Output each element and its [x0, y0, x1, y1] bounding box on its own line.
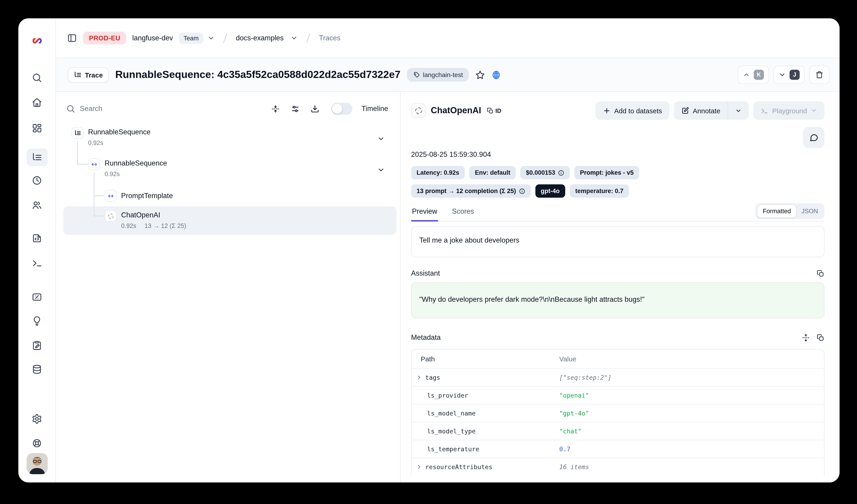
observation-detail-panel: ChatOpenAI ID Add to datasets	[401, 92, 840, 483]
assistant-message-box: "Why do developers prefer dark mode?\n\n…	[411, 282, 824, 318]
message-circle-icon	[809, 133, 818, 142]
collapse-node-chevron-icon[interactable]	[377, 166, 385, 175]
sidebar-sessions-clock-icon[interactable]	[28, 172, 46, 188]
list-tree-icon	[74, 71, 82, 79]
environment-badge: Env: default	[469, 166, 516, 179]
sidebar-datasets-database-icon[interactable]	[28, 361, 46, 377]
sidebar-toggle-icon[interactable]	[67, 33, 77, 43]
sidebar-playground-terminal-icon[interactable]	[28, 255, 46, 271]
copy-icon	[817, 270, 824, 277]
view-settings-icon[interactable]	[291, 104, 300, 113]
badge-row: Latency: 0.92s Env: default $0.000153 Pr…	[411, 166, 824, 179]
tag-icon	[413, 71, 420, 78]
table-row[interactable]: tags ["seq:step:2"]	[411, 368, 824, 386]
copy-icon	[817, 334, 824, 342]
unfold-vertical-icon[interactable]	[802, 334, 810, 342]
sidebar-prompts-file-code-icon[interactable]	[28, 230, 46, 246]
breadcrumb: PROD-EU langfuse-dev Team docs-examples …	[56, 18, 840, 58]
format-formatted-option[interactable]: Formatted	[757, 205, 796, 218]
detail-tabs: Preview Scores Formatted JSON	[411, 204, 824, 222]
sidebar-insights-lightbulb-icon[interactable]	[28, 313, 46, 328]
observation-tree-panel: Timeline	[56, 92, 401, 483]
tree-node-name[interactable]: RunnableSequence	[105, 159, 167, 168]
search-input[interactable]	[80, 105, 260, 113]
environment-badge: PROD-EU	[83, 32, 127, 45]
prompt-badge[interactable]: Prompt: jokes - v5	[574, 166, 639, 179]
sidebar-support-lifebuoy-icon[interactable]	[28, 435, 46, 450]
trash-icon	[815, 71, 824, 79]
breadcrumb-section-traces[interactable]: Traces	[319, 34, 341, 42]
tree-node-tokens: 13 → 12 (Σ 25)	[145, 222, 186, 229]
model-badge[interactable]: gpt-4o	[535, 184, 565, 198]
tree-node-name[interactable]: RunnableSequence	[88, 128, 150, 136]
copy-id-button[interactable]: ID	[487, 107, 501, 114]
tree-node-duration: 0.92s	[105, 171, 120, 177]
annotate-dropdown-chevron-icon[interactable]	[728, 101, 749, 120]
tree-node-name[interactable]: PromptTemplate	[121, 192, 173, 200]
breadcrumb-project[interactable]: docs-examples	[236, 34, 284, 42]
search-icon	[66, 104, 75, 113]
copy-assistant-button[interactable]	[817, 270, 824, 277]
add-to-datasets-button[interactable]: Add to datasets	[595, 101, 670, 120]
timeline-toggle[interactable]	[331, 103, 352, 115]
trace-node-icon	[71, 127, 84, 139]
sidebar-dashboard-icon[interactable]	[28, 120, 46, 136]
chain-node-icon	[88, 158, 100, 170]
kbd-k: K	[754, 70, 764, 80]
tree-node-duration: 0.92s	[121, 222, 136, 229]
table-row: ls_temperature 0.7	[411, 440, 824, 458]
collapse-node-chevron-icon[interactable]	[377, 135, 385, 144]
table-row: ls_model_type "chat"	[411, 422, 824, 440]
metadata-title: Metadata	[411, 333, 441, 342]
assistant-heading-row: Assistant	[411, 269, 824, 277]
comments-button[interactable]	[803, 127, 824, 148]
table-row[interactable]: resourceAttributes 16 items	[411, 458, 824, 475]
tab-scores[interactable]: Scores	[451, 207, 475, 221]
tree-node-name[interactable]: ChatOpenAI	[121, 211, 160, 219]
sidebar-annotation-clipboard-icon[interactable]	[28, 337, 46, 353]
table-row: ls_provider "openai"	[411, 386, 824, 404]
globe-icon[interactable]	[491, 70, 501, 80]
sidebar-home-icon[interactable]	[28, 94, 46, 110]
metadata-heading-row: Metadata	[411, 333, 824, 342]
assistant-label: Assistant	[411, 269, 440, 277]
next-trace-button[interactable]: J	[773, 66, 805, 84]
annotate-button[interactable]: Annotate	[674, 101, 728, 120]
sidebar-users-icon[interactable]	[28, 197, 46, 213]
user-avatar[interactable]	[27, 453, 48, 474]
tree-connector	[94, 215, 104, 216]
info-icon[interactable]	[519, 188, 525, 194]
sidebar-search-icon[interactable]	[28, 70, 46, 85]
sidebar-evaluators-percent-icon[interactable]	[28, 289, 46, 305]
org-chevron-down-icon[interactable]	[207, 34, 215, 42]
tab-preview[interactable]: Preview	[411, 207, 438, 221]
delete-trace-button[interactable]	[809, 66, 829, 84]
prev-trace-button[interactable]: K	[738, 66, 769, 84]
trace-type-badge: Trace	[68, 67, 109, 82]
content: Timeline	[56, 92, 840, 483]
langfuse-logo-icon[interactable]	[30, 34, 44, 48]
sidebar-tracing-icon[interactable]	[27, 149, 48, 166]
star-icon[interactable]	[475, 70, 485, 80]
project-chevron-down-icon[interactable]	[291, 34, 298, 42]
playground-button[interactable]: Playground	[753, 101, 824, 120]
annotate-pen-icon	[681, 107, 689, 115]
observation-actions: Add to datasets Annotate	[595, 101, 824, 120]
sidebar-settings-gear-icon[interactable]	[28, 411, 46, 427]
openai-node-icon	[105, 210, 117, 222]
tree-node-duration: 0.92s	[88, 139, 103, 146]
breadcrumb-org[interactable]: langfuse-dev	[132, 34, 173, 42]
token-usage-badge: 13 prompt → 12 completion (Σ 25)	[411, 184, 531, 198]
expand-row-chevron-icon[interactable]	[416, 375, 422, 380]
annotate-split-button: Annotate	[674, 101, 749, 120]
copy-metadata-button[interactable]	[817, 334, 824, 342]
chain-node-icon	[105, 190, 117, 202]
collapse-all-icon[interactable]	[271, 104, 280, 113]
expand-row-chevron-icon[interactable]	[416, 464, 422, 470]
tree-connector	[77, 164, 88, 164]
info-icon[interactable]	[558, 170, 564, 176]
download-icon[interactable]	[310, 104, 319, 113]
trace-tag[interactable]: langchain-test	[407, 68, 469, 82]
format-json-option[interactable]: JSON	[796, 205, 823, 218]
metadata-table-header: Path Value	[411, 349, 824, 368]
